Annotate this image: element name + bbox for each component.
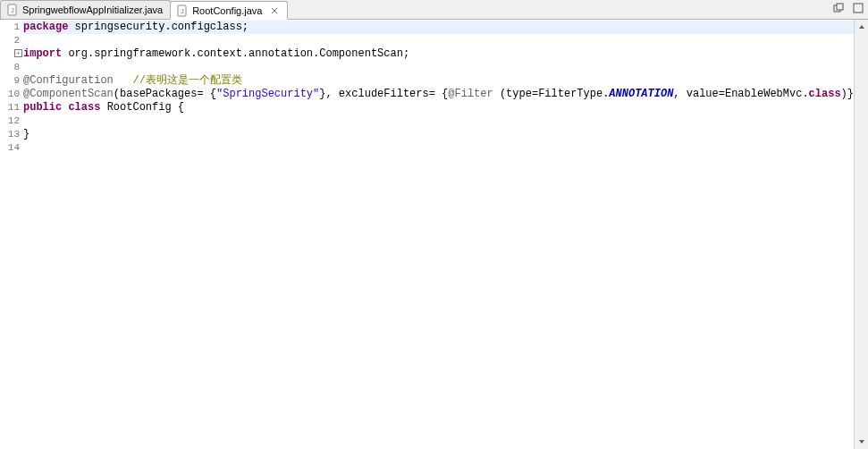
code-text [114,74,133,87]
code-line: @Configuration //表明这是一个配置类 [23,74,868,88]
line-number: 3 + [0,47,23,61]
code-line: package springsecurity.configclass; [23,21,868,34]
line-number: 2 [0,34,23,47]
keyword: package [23,21,68,33]
line-number: 8 [0,61,23,74]
keyword: public [23,101,62,114]
line-number: 9 [0,74,23,88]
code-area[interactable]: package springsecurity.configclass; impo… [23,20,868,449]
line-number: 1 [0,21,23,34]
keyword: import [23,47,62,60]
code-text: (basePackages= { [114,88,216,100]
svg-rect-5 [837,4,843,10]
restore-icon[interactable] [832,2,845,14]
code-line [23,34,868,47]
brace: } [23,128,29,140]
java-file-icon: J [6,4,19,16]
line-number: 10 [0,88,23,101]
close-tab-icon[interactable] [269,5,280,16]
tab-label: RootConfig.java [192,5,262,16]
tab-inactive[interactable]: J SpringwebflowAppInitializer.java [0,0,171,19]
brace: { [178,101,184,114]
constant: ANNOTATION [609,88,673,100]
tab-active[interactable]: J RootConfig.java [170,1,288,20]
java-file-icon: J [176,4,189,17]
string-literal: "SpringSecurity" [216,88,319,100]
annotation: @ComponentScan [23,88,114,100]
line-number: 13 [0,128,23,141]
code-text: org.springframework.context.annotation.C… [62,47,409,60]
annotation: @Configuration [23,74,114,87]
editor-container: J SpringwebflowAppInitializer.java J Roo… [0,0,868,449]
code-text: springsecurity.configclass; [68,21,249,33]
scroll-up-icon[interactable] [855,20,868,34]
line-number: 12 [0,114,23,128]
code-line [23,141,868,155]
maximize-icon[interactable] [852,2,864,14]
comment: //表明这是一个配置类 [132,74,241,87]
code-line: import org.springframework.context.annot… [23,47,868,61]
vertical-scrollbar[interactable] [854,20,868,449]
svg-text:J: J [181,8,184,14]
editor-area[interactable]: 1 2 3 + 8 9 10 11 12 13 14 package sprin… [0,20,868,449]
scroll-down-icon[interactable] [855,435,868,449]
code-line: } [23,128,868,141]
svg-text:J: J [11,7,14,13]
code-line: public class RootConfig { [23,101,868,114]
code-line [23,61,868,74]
code-text: , value=EnableWebMvc. [673,88,808,100]
code-text: (type=FilterType. [493,88,610,100]
code-text: }, excludeFilters= { [319,88,448,100]
code-line: @ComponentScan(basePackages= {"SpringSec… [23,88,868,101]
line-number: 11 [0,101,23,114]
line-number: 14 [0,141,23,155]
tabbar-toolbar [832,2,864,14]
tab-bar: J SpringwebflowAppInitializer.java J Roo… [0,0,868,20]
line-gutter: 1 2 3 + 8 9 10 11 12 13 14 [0,20,23,449]
code-line [23,114,868,128]
keyword: class [68,101,100,114]
fold-expand-icon[interactable]: + [14,49,22,57]
annotation: @Filter [448,88,493,100]
tab-label: SpringwebflowAppInitializer.java [22,4,163,15]
keyword: class [809,88,841,100]
svg-rect-6 [854,4,863,13]
class-name: RootConfig [100,101,177,114]
